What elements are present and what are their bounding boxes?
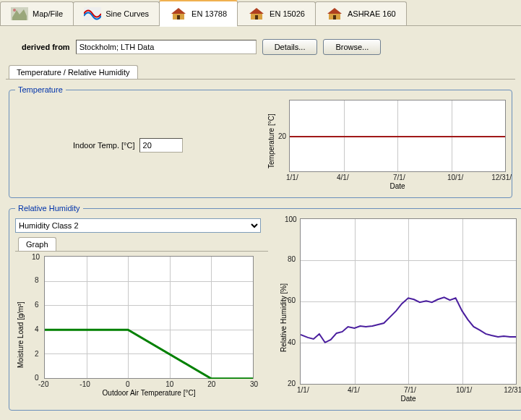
ytick: 2 xyxy=(35,350,39,358)
house-icon xyxy=(248,7,265,20)
tab-label: EN 13788 xyxy=(191,9,227,18)
moisture-load-chart: 0 2 4 6 8 10 xyxy=(44,256,254,379)
xtick: 10/1/ xyxy=(456,386,472,394)
tab-label: Sine Curves xyxy=(106,9,149,18)
xtick: 4/1/ xyxy=(337,173,349,181)
ytick: 20 xyxy=(288,380,296,387)
xtick: 4/1/ xyxy=(348,386,360,394)
relative-humidity-chart: 20 40 60 80 100 xyxy=(300,218,517,385)
xtick: 12/31/ xyxy=(504,386,521,394)
svg-rect-8 xyxy=(255,15,258,20)
svg-rect-5 xyxy=(177,15,180,20)
ytick: 80 xyxy=(288,255,296,263)
xtick: 7/1/ xyxy=(404,386,416,394)
tab-ashrae160[interactable]: ASHRAE 160 xyxy=(315,1,407,25)
tab-mapfile[interactable]: Map/File xyxy=(0,1,74,25)
tab-label: ASHRAE 160 xyxy=(348,9,396,18)
house-icon xyxy=(326,7,343,20)
svg-marker-10 xyxy=(327,8,342,14)
svg-marker-7 xyxy=(249,8,264,14)
moisture-chart-xlabel: Outdoor Air Temperature [°C] xyxy=(44,389,254,397)
sine-icon xyxy=(84,7,101,20)
ytick: 60 xyxy=(288,296,296,304)
temperature-group: Temperature Indoor Temp. [°C] Temperatur… xyxy=(9,85,512,198)
browse-button[interactable]: Browse... xyxy=(323,39,381,55)
xtick: 0 xyxy=(126,380,130,388)
ytick: 20 xyxy=(278,132,286,140)
moisture-chart-ylabel: Moisture Load [g/m³] xyxy=(17,301,25,368)
xtick: 1/1/ xyxy=(297,386,309,394)
humidity-legend: Relative Humidity xyxy=(15,204,83,213)
details-button[interactable]: Details... xyxy=(262,39,318,55)
xtick: 7/1/ xyxy=(393,173,405,181)
xtick: 10/1/ xyxy=(447,173,463,181)
svg-marker-4 xyxy=(171,8,186,14)
derived-from-row: derived from Details... Browse... xyxy=(6,32,515,62)
graph-tab[interactable]: Graph xyxy=(18,237,56,251)
temperature-chart: 20 xyxy=(289,100,506,172)
xtick: -10 xyxy=(79,380,90,388)
xtick: 12/31/ xyxy=(491,173,512,181)
ytick: 8 xyxy=(35,276,39,284)
tab-sine-curves[interactable]: Sine Curves xyxy=(73,1,160,25)
temp-series-line xyxy=(290,136,505,137)
svg-point-1 xyxy=(13,9,16,12)
temperature-legend: Temperature xyxy=(15,85,66,94)
sub-tab-row: Temperature / Relative Humidity xyxy=(6,65,515,80)
subtab-temp-humidity[interactable]: Temperature / Relative Humidity xyxy=(9,65,138,79)
ytick: 10 xyxy=(32,253,40,261)
xtick: 30 xyxy=(250,380,258,388)
main-tab-row: Map/File Sine Curves EN 13788 EN 15026 A… xyxy=(0,0,521,26)
rh-chart-xlabel: Date xyxy=(300,395,517,403)
temp-chart-ylabel: Temperature [°C] xyxy=(267,113,275,168)
xtick: 10 xyxy=(165,380,173,388)
tab-label: EN 15026 xyxy=(270,9,305,18)
xtick: 1/1/ xyxy=(286,173,298,181)
tab-en15026[interactable]: EN 15026 xyxy=(237,1,316,25)
svg-rect-11 xyxy=(333,15,336,20)
globe-icon xyxy=(11,7,28,20)
temp-chart-xlabel: Date xyxy=(289,182,506,190)
xtick: 20 xyxy=(207,380,215,388)
ytick: 4 xyxy=(35,325,39,333)
humidity-group: Relative Humidity Humidity Class 2 Graph… xyxy=(9,204,521,411)
ytick: 40 xyxy=(288,338,296,346)
indoor-temp-input[interactable] xyxy=(139,138,183,153)
location-input[interactable] xyxy=(76,40,257,54)
humidity-class-select[interactable]: Humidity Class 2 xyxy=(15,218,261,233)
house-icon xyxy=(170,7,187,20)
ytick: 100 xyxy=(285,215,297,223)
tab-en13788[interactable]: EN 13788 xyxy=(159,0,238,26)
rh-chart-ylabel: Relative Humidity [%] xyxy=(280,283,288,352)
xtick: -20 xyxy=(38,380,48,388)
indoor-temp-label: Indoor Temp. [°C] xyxy=(73,141,135,150)
derived-from-label: derived from xyxy=(10,43,70,51)
ytick: 6 xyxy=(35,301,39,309)
tab-label: Map/File xyxy=(33,9,63,18)
